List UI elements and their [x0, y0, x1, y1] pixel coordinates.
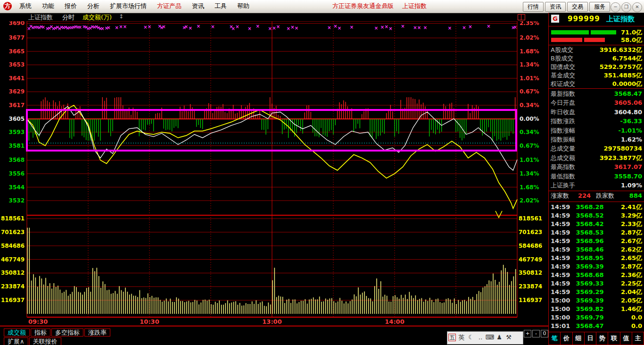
stat-label: 基金成交: [551, 71, 575, 80]
bottom-divider: [0, 326, 548, 327]
tick-row[interactable]: 15:013568.470.0: [549, 322, 644, 330]
menu-资讯[interactable]: 资讯: [187, 0, 209, 12]
panel-tab-日[interactable]: 日: [585, 332, 596, 345]
stock-name[interactable]: 上证指数: [606, 15, 635, 24]
menu-帮助[interactable]: 帮助: [232, 0, 255, 12]
chart-indicator[interactable]: 成交额(万): [83, 13, 112, 22]
volume-axis-label: 116937: [1, 297, 25, 303]
tick-row[interactable]: 14:593568.282.41亿: [549, 203, 644, 211]
bottom-tab-扩展∧[interactable]: 扩展∧: [4, 337, 28, 345]
panel-tab-笔[interactable]: 笔: [549, 332, 561, 345]
stat-label: A股成交: [551, 46, 573, 54]
restore-button[interactable]: ❐: [621, 2, 631, 12]
intraday-chart[interactable]: 36902.35%36772.02%36651.68%36531.34%3641…: [0, 21, 548, 327]
chart-mode[interactable]: 分时: [62, 13, 74, 22]
panel-tab-主[interactable]: 主: [632, 332, 644, 345]
dots-icon[interactable]: ‥: [476, 332, 485, 343]
application-window: 方 系统功能报价分析扩展市场行情方证产品资讯工具帮助 方正证券泉友通金鼎版上证指…: [0, 0, 644, 345]
tick-row[interactable]: 14:593568.682.36亿: [549, 271, 644, 279]
price-axis-label: 3593: [9, 129, 25, 135]
split-window-icon[interactable]: [518, 14, 525, 20]
tick-row[interactable]: 14:593568.462.62亿: [549, 245, 644, 254]
tick-row[interactable]: 14:593568.532.87亿: [549, 228, 644, 237]
caption-symbol: 上证指数: [402, 2, 427, 9]
menu-工具[interactable]: 工具: [209, 0, 232, 12]
tick-row[interactable]: 14:593569.292.04亿: [549, 288, 644, 296]
signal-x-mark: ×: [256, 24, 259, 29]
panel-tab-值[interactable]: 值: [620, 332, 632, 345]
arrow-annotation[interactable]: [495, 211, 502, 218]
signal-x-mark: ×: [184, 24, 188, 29]
zoom-out-button[interactable]: -: [532, 330, 540, 337]
extension-tabs: 扩展∧关联报价: [4, 337, 62, 345]
minimize-button[interactable]: ─: [611, 2, 620, 12]
indicator-cycle-icon[interactable]: ↕: [119, 13, 124, 20]
menu-功能[interactable]: 功能: [37, 0, 59, 12]
top-button-资讯[interactable]: 资讯: [545, 2, 566, 12]
top-button-服务[interactable]: 服务: [589, 2, 610, 12]
signal-x-mark: ×: [231, 26, 235, 31]
stat-label: 最新指数: [551, 90, 575, 98]
tick-amount: 1.46亿: [621, 305, 642, 313]
menu-方证产品[interactable]: 方证产品: [152, 0, 187, 12]
stock-code[interactable]: 999999: [568, 15, 600, 23]
keyboard-icon[interactable]: ⌨: [485, 332, 495, 343]
menu-分析[interactable]: 分析: [82, 0, 105, 12]
zoom-in-button[interactable]: +: [524, 330, 531, 337]
stat-row: 指数涨跌-36.33: [549, 117, 644, 126]
bottom-tab-指标[interactable]: 指标: [31, 328, 50, 337]
panel-tab-细[interactable]: 细: [573, 332, 585, 345]
menu-报价[interactable]: 报价: [59, 0, 82, 12]
user-icon[interactable]: ♟: [495, 332, 504, 343]
tick-amount: 2.41亿: [621, 203, 642, 211]
panel-tab-势[interactable]: 势: [596, 332, 608, 345]
price-axis-label: 3641: [9, 75, 25, 82]
signal-x-mark: ×: [468, 24, 472, 29]
tick-row[interactable]: 14:593568.422.33亿: [549, 220, 644, 228]
zoom-reset-button[interactable]: 0: [541, 330, 548, 337]
tick-row[interactable]: 14:593568.962.67亿: [549, 237, 644, 245]
menu-系统[interactable]: 系统: [14, 0, 37, 12]
tick-row[interactable]: 15:003569.821.46亿: [549, 305, 644, 313]
tick-row[interactable]: 15:003569.392.05亿: [549, 296, 644, 305]
bottom-tab-成交额[interactable]: 成交额: [4, 328, 30, 337]
wubi-icon[interactable]: 五: [447, 332, 457, 343]
top-button-行情[interactable]: 行情: [523, 2, 544, 12]
moon-icon[interactable]: ☾: [466, 332, 476, 343]
percent-axis-label: 1.68%: [520, 184, 539, 191]
panel-tab-联[interactable]: 联: [608, 332, 620, 345]
bottom-tab-关联报价[interactable]: 关联报价: [29, 337, 61, 345]
tick-amount: 3.29亿: [621, 211, 642, 220]
menu-扩展市场行情[interactable]: 扩展市场行情: [105, 0, 152, 12]
stat-row: 最高指数3617.07: [549, 163, 644, 171]
tick-time: 14:59: [551, 271, 570, 279]
english-icon[interactable]: 英: [457, 332, 466, 343]
top-button-交易[interactable]: 交易: [567, 2, 588, 12]
tick-amount: 2.87亿: [621, 262, 642, 271]
stat-label: 权证成交: [551, 80, 575, 88]
tick-price: 3569.39: [573, 296, 606, 305]
stat-value: 351.4885亿: [604, 71, 642, 80]
close-button[interactable]: ✕: [632, 2, 642, 12]
percent-axis-label: 0.34%: [520, 129, 539, 135]
volume-axis-label: 584686: [519, 243, 542, 249]
tick-amount: 0.0: [631, 322, 642, 330]
tick-row[interactable]: 15:003569.790.0: [549, 313, 644, 322]
app-logo-icon: 方: [3, 2, 12, 10]
signal-x-mark: ×: [115, 25, 118, 30]
tick-row[interactable]: 14:593568.523.29亿: [549, 211, 644, 220]
tick-row[interactable]: 14:593569.392.87亿: [549, 262, 644, 271]
tick-amount: 2.33亿: [621, 220, 642, 228]
wrench-icon[interactable]: ⚒: [504, 332, 513, 343]
signal-x-mark: ×: [513, 25, 517, 30]
bottom-tab-涨跌率[interactable]: 涨跌率: [84, 328, 110, 337]
bottom-tab-多空指标[interactable]: 多空指标: [51, 328, 83, 337]
signal-x-mark: ×: [423, 25, 427, 30]
percent-axis-label: 0.67%: [520, 143, 539, 149]
tick-price: 3568.53: [573, 228, 606, 237]
panel-tab-价[interactable]: 价: [561, 332, 572, 345]
tick-row[interactable]: 14:593569.332.25亿: [549, 279, 644, 288]
volume-axis-label: 584686: [1, 243, 25, 249]
tick-amount: 0.0: [631, 313, 642, 322]
tick-row[interactable]: 14:593568.952.65亿: [549, 254, 644, 262]
